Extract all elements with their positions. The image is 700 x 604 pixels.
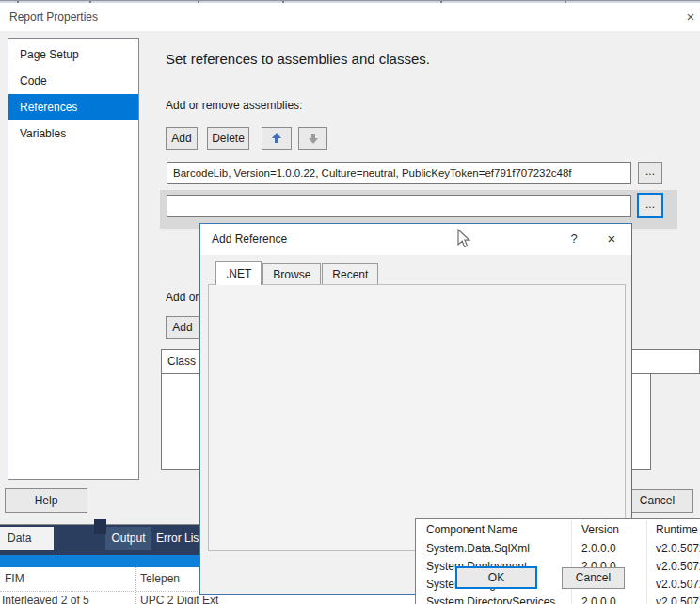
component-row[interactable]: System.DirectoryServices 2.0.0.0 v2.0.50…	[417, 594, 700, 604]
tab-error-list[interactable]: Error Lis	[156, 527, 199, 550]
component-list-header: Component Name Version Runtime Path	[417, 520, 700, 540]
browse-assembly-2-button[interactable]: ...	[637, 193, 663, 218]
component-list: Component Name Version Runtime Path Syst…	[415, 518, 700, 604]
add-reference-titlebar[interactable]: Add Reference ? ×	[200, 224, 631, 255]
add-reference-tab[interactable]: Browse	[262, 263, 321, 285]
move-up-button[interactable]	[262, 127, 292, 150]
add-reference-cancel-button[interactable]: Cancel	[562, 567, 625, 589]
sidebar-item[interactable]: References	[8, 94, 138, 120]
column-header[interactable]: Runtime	[656, 523, 700, 536]
page-heading: Set references to assemblies and classes…	[166, 51, 430, 67]
add-reference-tab[interactable]: .NET	[215, 261, 262, 285]
add-assembly-button[interactable]: Add	[166, 127, 198, 150]
add-reference-tab[interactable]: Recent	[322, 263, 378, 285]
sidebar-item[interactable]: Page Setup	[8, 41, 138, 68]
dotnet-tab-page	[208, 284, 626, 551]
runtime-cell: v2.0.50727	[656, 578, 700, 591]
sidebar-item[interactable]: Code	[8, 68, 138, 94]
column-header[interactable]: Component Name	[426, 523, 569, 536]
add-reference-dialog: Add Reference ? × .NETBrowseRecent Compo…	[199, 223, 632, 595]
mouse-cursor	[457, 229, 472, 252]
browse-assembly-1-button[interactable]: ...	[638, 162, 662, 184]
ok-button[interactable]: OK	[455, 566, 537, 589]
assembly-field-2[interactable]	[167, 195, 631, 217]
close-icon[interactable]: ×	[601, 229, 622, 249]
screen: Data Output Error Lis FIM Telepen Interl…	[0, 0, 700, 604]
add-reference-tabs: .NETBrowseRecent	[215, 261, 379, 285]
grid-cell[interactable]: FIM	[5, 572, 24, 585]
runtime-cell: v2.0.50727	[656, 542, 700, 555]
report-properties-titlebar[interactable]: Report Properties ×	[0, 3, 700, 31]
classes-label: Add or	[166, 291, 199, 304]
component-name-cell: System.Data.SqlXml	[426, 542, 569, 555]
tab-output[interactable]: Output	[105, 527, 151, 550]
grid-cell[interactable]: Telepen	[140, 572, 180, 585]
column-header[interactable]: Version	[581, 523, 644, 536]
report-properties-nav: Page SetupCodeReferencesVariables	[8, 38, 139, 480]
assemblies-label: Add or remove assemblies:	[166, 99, 302, 112]
help-button[interactable]: Help	[5, 488, 88, 513]
version-cell: 2.0.0.0	[581, 542, 644, 555]
dialog-title: Report Properties	[9, 10, 98, 24]
close-icon[interactable]: ×	[681, 8, 700, 26]
sidebar-item[interactable]: Variables	[8, 120, 138, 147]
version-cell: 2.0.0.0	[581, 596, 644, 604]
component-row[interactable]: System.Data.SqlXml 2.0.0.0 v2.0.50727 C:…	[417, 540, 700, 558]
assembly-field-1[interactable]: BarcodeLib, Version=1.0.0.22, Culture=ne…	[167, 162, 631, 184]
help-icon[interactable]: ?	[565, 230, 582, 247]
delete-assembly-button[interactable]: Delete	[207, 127, 249, 150]
runtime-cell: v2.0.50727	[656, 560, 700, 573]
grid-cell[interactable]: Interleaved 2 of 5	[2, 594, 89, 604]
grid-column-divider	[135, 567, 136, 604]
grid-cell[interactable]: UPC 2 Digit Ext	[140, 594, 218, 604]
down-arrow-icon	[309, 138, 318, 144]
move-down-button[interactable]	[298, 127, 327, 150]
component-name-cell: System.DirectoryServices	[426, 596, 569, 604]
panel-tab-notch	[94, 519, 106, 534]
add-class-button[interactable]: Add	[166, 316, 199, 339]
tab-data[interactable]: Data	[0, 527, 54, 550]
runtime-cell: v2.0.50727	[656, 596, 700, 604]
dialog-title: Add Reference	[212, 232, 287, 246]
